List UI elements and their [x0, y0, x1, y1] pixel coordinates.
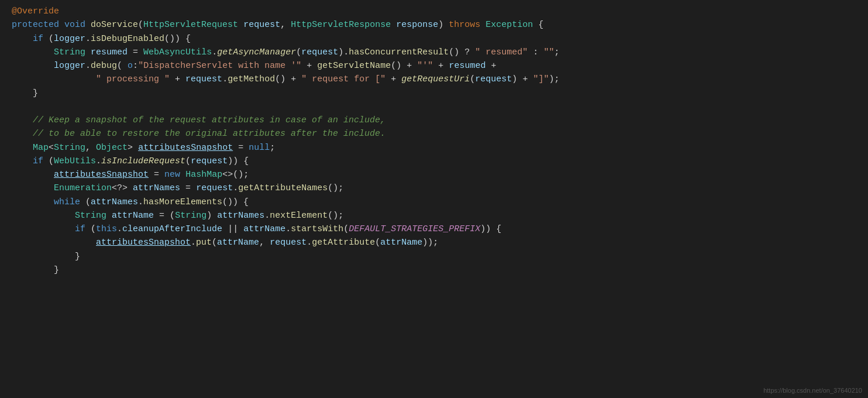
code-line-19: }: [0, 250, 868, 263]
code-line-6: " processing " + request.getMethod() + "…: [0, 73, 868, 86]
code-line-18: attributesSnapshot.put(attrName, request…: [0, 236, 868, 249]
code-line-7: }: [0, 87, 868, 100]
code-line-20: }: [0, 263, 868, 277]
keyword-protected: protected: [12, 18, 59, 32]
code-line-1: @Override: [0, 5, 868, 18]
annotation-override: @Override: [12, 5, 59, 18]
code-line-8: [0, 100, 868, 114]
code-line-4: String resumed = WebAsyncUtils.getAsyncM…: [0, 46, 868, 59]
code-line-5: logger.debug( o:"DispatcherServlet with …: [0, 59, 868, 73]
code-line-16: String attrName = (String) attrNames.nex…: [0, 209, 868, 222]
code-line-9: // Keep a snapshot of the request attrib…: [0, 114, 868, 127]
code-line-12: if (WebUtils.isIncludeRequest(request)) …: [0, 155, 868, 168]
code-line-2: protected void doService(HttpServletRequ…: [0, 18, 868, 32]
keyword-void: void: [64, 18, 85, 32]
code-line-3: if (logger.isDebugEnabled()) {: [0, 32, 868, 46]
code-line-13: attributesSnapshot = new HashMap<>();: [0, 168, 868, 181]
watermark: https://blog.csdn.net/on_37640210: [763, 386, 862, 396]
code-line-15: while (attrNames.hasMoreElements()) {: [0, 195, 868, 209]
code-viewer: @Override protected void doService(HttpS…: [0, 0, 868, 398]
code-line-17: if (this.cleanupAfterInclude || attrName…: [0, 222, 868, 236]
code-line-10: // to be able to restore the original at…: [0, 127, 868, 140]
method-doservice: doService: [91, 18, 138, 32]
code-line-14: Enumeration<?> attrNames = request.getAt…: [0, 181, 868, 195]
code-line-11: Map<String, Object> attributesSnapshot =…: [0, 141, 868, 155]
